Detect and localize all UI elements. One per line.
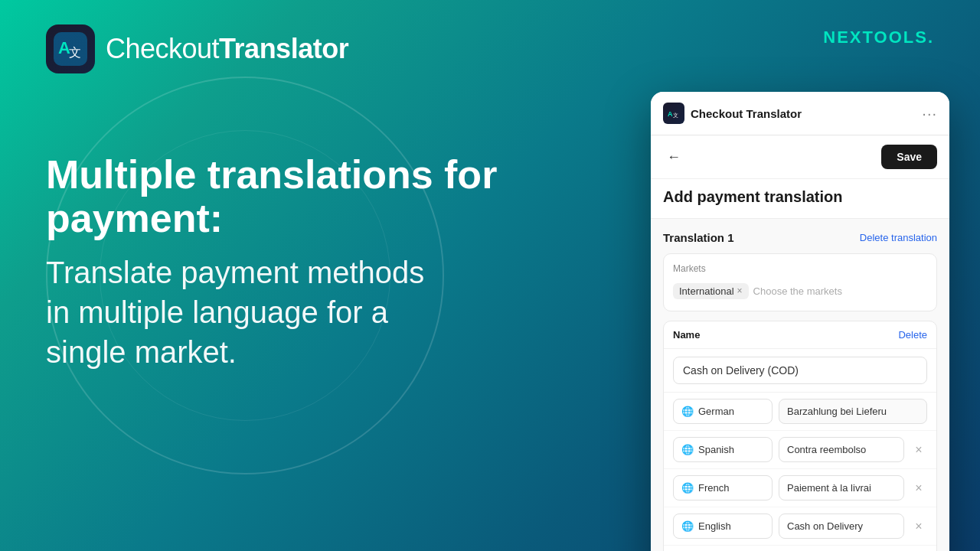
markets-placeholder: Choose the markets	[753, 285, 842, 297]
save-button[interactable]: Save	[881, 145, 937, 169]
table-row: 🌐 Spanish Contra reembolso ×	[664, 431, 936, 469]
markets-label: Markets	[673, 263, 927, 274]
table-row: 🌐 English Cash on Delivery ×	[664, 507, 936, 546]
logo-text: CheckoutTranslator	[106, 33, 348, 65]
market-tag-international[interactable]: International ×	[673, 283, 749, 299]
delete-translation-button[interactable]: Delete translation	[860, 232, 937, 243]
translation-header: Translation 1 Delete translation	[663, 231, 937, 244]
language-field-spanish[interactable]: 🌐 Spanish	[673, 437, 773, 462]
translation-value-spanish[interactable]: Contra reembolso	[779, 437, 904, 462]
markets-input-area[interactable]: International × Choose the markets	[673, 280, 927, 302]
globe-icon: 🌐	[681, 520, 694, 532]
nextools-brand: NEXTOOLS.	[823, 28, 934, 47]
hero-subline: Translate payment methods in multiple la…	[46, 253, 628, 372]
payment-name-input[interactable]	[673, 357, 927, 384]
titlebar-left: A 文 Checkout Translator	[663, 103, 802, 124]
back-button[interactable]: ←	[663, 146, 684, 168]
titlebar-app-icon: A 文	[663, 103, 684, 124]
logo-svg: A 文	[54, 32, 87, 66]
globe-icon: 🌐	[681, 444, 694, 455]
svg-text:文: 文	[69, 46, 81, 59]
market-tag-close[interactable]: ×	[737, 285, 743, 296]
translation-value-english[interactable]: Cash on Delivery	[779, 514, 904, 539]
more-options-button[interactable]: ···	[922, 105, 937, 122]
remove-spanish-button[interactable]: ×	[910, 442, 927, 458]
globe-icon: 🌐	[681, 482, 694, 494]
translation-label: Translation 1	[663, 231, 734, 244]
markets-section: Markets International × Choose the marke…	[663, 253, 937, 311]
globe-icon: 🌐	[681, 406, 694, 417]
add-language-row[interactable]: + Add new language	[664, 546, 936, 551]
remove-french-button[interactable]: ×	[910, 480, 927, 497]
translation-section: Translation 1 Delete translation Markets…	[651, 219, 949, 551]
nav-bar: ← Save	[651, 135, 949, 179]
translation-value-german[interactable]: Barzahlung bei Lieferu	[779, 399, 927, 424]
svg-text:文: 文	[673, 112, 678, 118]
window-titlebar: A 文 Checkout Translator ···	[651, 92, 949, 135]
page-title: Add payment translation	[663, 188, 937, 206]
table-row: 🌐 German Barzahlung bei Lieferu	[664, 393, 936, 431]
page-title-bar: Add payment translation	[651, 179, 949, 219]
name-header: Name Delete	[664, 321, 936, 349]
logo-area: A 文 CheckoutTranslator	[46, 24, 348, 73]
language-field-french[interactable]: 🌐 French	[673, 475, 773, 500]
name-section: Name Delete 🌐 German Barzahlung bei Lief…	[663, 321, 937, 551]
name-label: Name	[673, 329, 700, 341]
titlebar-title: Checkout Translator	[691, 107, 802, 120]
name-input-row	[664, 349, 936, 393]
delete-name-button[interactable]: Delete	[898, 329, 927, 341]
app-window: A 文 Checkout Translator ··· ← Save Add p…	[651, 92, 949, 551]
hero-headline: Multiple translations for payment:	[46, 153, 628, 240]
language-field-english[interactable]: 🌐 English	[673, 514, 773, 539]
table-row: 🌐 French Paiement à la livrai ×	[664, 469, 936, 507]
svg-text:A: A	[668, 110, 673, 118]
hero-text: Multiple translations for payment: Trans…	[46, 153, 628, 372]
language-field-german[interactable]: 🌐 German	[673, 399, 773, 424]
app-logo-icon: A 文	[46, 24, 95, 73]
translation-value-french[interactable]: Paiement à la livrai	[779, 475, 904, 500]
remove-english-button[interactable]: ×	[910, 518, 927, 535]
